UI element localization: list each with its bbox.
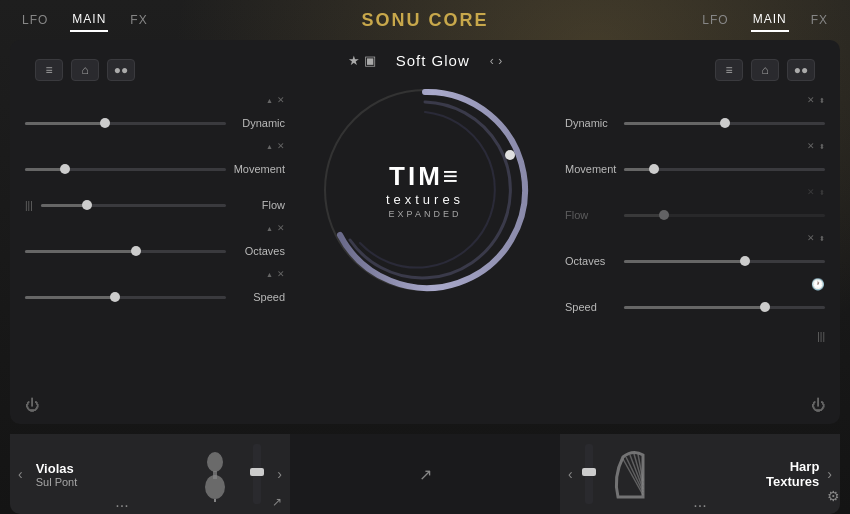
center-bottom: ↗ bbox=[290, 434, 560, 514]
save-icon[interactable]: ▣ bbox=[364, 53, 376, 68]
tab-main-right[interactable]: MAIN bbox=[751, 8, 789, 32]
filter-button-left[interactable]: ≡ bbox=[35, 59, 63, 81]
right-instrument-next[interactable]: › bbox=[819, 466, 840, 482]
nav-logo: SONU CORE bbox=[361, 10, 488, 31]
octaves-row-header-left: ▲ ✕ bbox=[25, 220, 285, 236]
nav-left: LFO MAIN FX bbox=[20, 8, 150, 32]
main-panel: ≡ ⌂ ●● ▲ ✕ Dynamic bbox=[10, 40, 840, 424]
left-instrument-next[interactable]: › bbox=[269, 466, 290, 482]
top-nav: LFO MAIN FX SONU CORE LFO MAIN FX bbox=[0, 0, 850, 40]
right-toolbar: ≡ ⌂ ●● bbox=[565, 50, 825, 90]
center-toolbar: ★ ▣ Soft Glow ‹ › bbox=[348, 40, 502, 80]
home-icon-right: ⌂ bbox=[761, 63, 768, 77]
power-button-right[interactable]: ⏻ bbox=[811, 397, 825, 413]
speed-row-header-right: 🕐 bbox=[565, 276, 825, 292]
dynamic-x-right[interactable]: ✕ bbox=[807, 95, 815, 105]
tab-fx-left[interactable]: FX bbox=[128, 9, 149, 31]
flow-arrows-right[interactable]: ⬍ bbox=[819, 189, 825, 196]
dynamic-slider-row-left: Dynamic bbox=[25, 110, 285, 136]
lines-right: ||| bbox=[565, 326, 825, 344]
octaves-x-left[interactable]: ✕ bbox=[277, 223, 285, 233]
filter-icon-right: ≡ bbox=[725, 63, 732, 77]
speed-x-left[interactable]: ✕ bbox=[277, 269, 285, 279]
bottom-strip: ‹ Violas Sul Pont ↗ ... › bbox=[0, 434, 850, 514]
next-patch-button[interactable]: › bbox=[498, 54, 502, 68]
nav-arrows: ‹ › bbox=[490, 51, 502, 69]
tab-lfo-left[interactable]: LFO bbox=[20, 9, 50, 31]
movement-label-right: Movement bbox=[565, 163, 620, 175]
left-instrument-prev[interactable]: ‹ bbox=[10, 466, 31, 482]
speed-slider-right[interactable] bbox=[624, 306, 825, 309]
home-button-left[interactable]: ⌂ bbox=[71, 59, 99, 81]
left-panel: ≡ ⌂ ●● ▲ ✕ Dynamic bbox=[10, 40, 300, 424]
filter-button-right[interactable]: ≡ bbox=[715, 59, 743, 81]
dynamic-slider-row-right: Dynamic bbox=[565, 110, 825, 136]
flow-slider-right[interactable] bbox=[624, 214, 825, 217]
left-instrument-image bbox=[185, 444, 245, 504]
group-button-right[interactable]: ●● bbox=[787, 59, 815, 81]
svg-point-1 bbox=[505, 150, 515, 160]
flow-slider-row-left: ||| Flow bbox=[25, 192, 285, 218]
right-instrument-image bbox=[601, 444, 661, 504]
movement-arrows-right[interactable]: ⬍ bbox=[819, 143, 825, 150]
logo-text: SONU CORE bbox=[361, 10, 488, 30]
star-icon[interactable]: ★ bbox=[348, 53, 360, 68]
left-toolbar: ≡ ⌂ ●● bbox=[25, 50, 285, 90]
movement-x-right[interactable]: ✕ bbox=[807, 141, 815, 151]
speed-slider-row-right: Speed bbox=[565, 294, 825, 320]
dynamic-row-header-left: ▲ ✕ bbox=[25, 92, 285, 108]
right-instrument-fader[interactable] bbox=[585, 444, 593, 504]
dynamic-up-left[interactable]: ▲ bbox=[266, 97, 273, 104]
movement-slider-row-left: Movement bbox=[25, 156, 285, 182]
speed-up-left[interactable]: ▲ bbox=[266, 271, 273, 278]
power-button-left[interactable]: ⏻ bbox=[25, 397, 39, 413]
violin-icon bbox=[195, 447, 235, 502]
octaves-x-right[interactable]: ✕ bbox=[807, 233, 815, 243]
prev-patch-button[interactable]: ‹ bbox=[490, 54, 494, 68]
left-instrument-info: Violas Sul Pont bbox=[31, 461, 186, 488]
left-fader-handle[interactable] bbox=[250, 468, 264, 476]
flow-x-right[interactable]: ✕ bbox=[807, 187, 815, 197]
right-instrument-panel: ‹ Harp Textures › ... bbox=[560, 434, 840, 514]
movement-slider-right[interactable] bbox=[624, 168, 825, 171]
flow-label-left: Flow bbox=[230, 199, 285, 211]
dynamic-slider-left[interactable] bbox=[25, 122, 226, 125]
flow-label-right: Flow bbox=[565, 209, 620, 221]
group-button-left[interactable]: ●● bbox=[107, 59, 135, 81]
dynamic-slider-right[interactable] bbox=[624, 122, 825, 125]
octaves-slider-left[interactable] bbox=[25, 250, 226, 253]
octaves-slider-row-left: Octaves bbox=[25, 238, 285, 264]
filter-icon-left: ≡ bbox=[45, 63, 52, 77]
octaves-up-left[interactable]: ▲ bbox=[266, 225, 273, 232]
gear-icon[interactable]: ⚙ bbox=[827, 488, 840, 504]
right-instrument-name-line1: Harp bbox=[790, 459, 820, 474]
left-instrument-fader[interactable] bbox=[253, 444, 261, 504]
right-instrument-name-line2: Textures bbox=[766, 474, 819, 489]
dynamic-arrows-right[interactable]: ⬍ bbox=[819, 97, 825, 104]
home-button-right[interactable]: ⌂ bbox=[751, 59, 779, 81]
right-fader-handle[interactable] bbox=[582, 468, 596, 476]
right-instrument-prev[interactable]: ‹ bbox=[560, 466, 581, 482]
tab-main-left[interactable]: MAIN bbox=[70, 8, 108, 32]
movement-up-left[interactable]: ▲ bbox=[266, 143, 273, 150]
right-instrument-info: Harp Textures bbox=[661, 459, 820, 489]
center-bottom-icon[interactable]: ↗ bbox=[419, 465, 432, 484]
flow-slider-left[interactable] bbox=[41, 204, 226, 207]
logo-expanded: EXPANDED bbox=[386, 209, 464, 219]
dynamic-x-left[interactable]: ✕ bbox=[277, 95, 285, 105]
flow-lines-left: ||| bbox=[25, 200, 33, 211]
octaves-slider-row-right: Octaves bbox=[565, 248, 825, 274]
left-export-icon[interactable]: ↗ bbox=[272, 495, 282, 509]
octaves-label-left: Octaves bbox=[230, 245, 285, 257]
octaves-arrows-right[interactable]: ⬍ bbox=[819, 235, 825, 242]
main-container: LFO MAIN FX SONU CORE LFO MAIN FX ≡ ⌂ bbox=[0, 0, 850, 514]
circle-visualization: TIM≡ textures EXPANDED bbox=[315, 80, 535, 300]
speed-slider-left[interactable] bbox=[25, 296, 226, 299]
left-instrument-panel: ‹ Violas Sul Pont ↗ ... › bbox=[10, 434, 290, 514]
tab-fx-right[interactable]: FX bbox=[809, 9, 830, 31]
circle-logo: TIM≡ textures EXPANDED bbox=[386, 161, 464, 219]
octaves-slider-right[interactable] bbox=[624, 260, 825, 263]
movement-x-left[interactable]: ✕ bbox=[277, 141, 285, 151]
tab-lfo-right[interactable]: LFO bbox=[700, 9, 730, 31]
movement-slider-left[interactable] bbox=[25, 168, 226, 171]
